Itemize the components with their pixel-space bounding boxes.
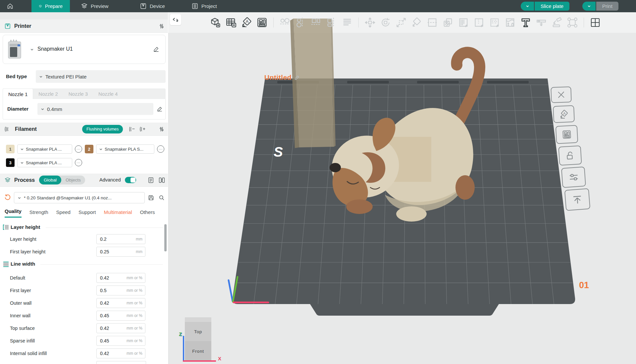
setting-value[interactable]: 0.2 (97, 236, 136, 242)
nozzle-tab-1[interactable]: Nozzle 1 (3, 88, 33, 99)
first-layer-height-input[interactable]: 0.25 mm (96, 247, 145, 257)
print-button[interactable]: Print (596, 2, 618, 11)
chevron-down-icon (20, 147, 24, 151)
auto-orient-plate-button[interactable]: A (553, 105, 575, 123)
tab-preview[interactable]: Preview (74, 0, 116, 12)
rotate-icon (380, 17, 391, 28)
line-width-group-title: Line width (11, 261, 35, 267)
add-filament-icon[interactable] (139, 126, 146, 132)
tab-quality[interactable]: Quality (5, 208, 22, 218)
viewport-3d-scene[interactable]: S h (168, 12, 636, 364)
split-to-objects-icon[interactable] (256, 17, 268, 28)
line-width-inner-wall-input[interactable]: 0.45 mm or % (96, 311, 145, 321)
filament-3-select[interactable]: Snapmaker PLA ... (17, 158, 72, 167)
advanced-toggle[interactable] (125, 177, 136, 183)
preset-select[interactable]: * 0.20 Standard @Snapmaker U1 (0.4 noz..… (14, 192, 145, 203)
tab-support[interactable]: Support (79, 209, 96, 218)
delete-plate-button[interactable] (551, 86, 572, 103)
line-width-first-layer-input[interactable]: 0.5 mm or % (96, 286, 145, 295)
filament-2-swatch[interactable]: 2 (85, 145, 93, 153)
frame-select-icon (567, 17, 578, 28)
add-object-icon[interactable] (210, 17, 221, 28)
process-scope-toggle[interactable]: Global Objects (39, 176, 85, 184)
search-preset-icon[interactable] (158, 194, 165, 201)
scope-global[interactable]: Global (39, 176, 61, 184)
text-tool-icon[interactable] (520, 17, 531, 28)
collapse-panel-button[interactable] (170, 14, 181, 25)
print-options-dropdown[interactable] (582, 2, 596, 11)
add-plate-icon[interactable] (225, 17, 237, 28)
nav-cube-front-face[interactable]: Front (185, 341, 211, 361)
filament-section-header: Filament Flushing volumes (0, 123, 168, 136)
axis-x-line (183, 360, 216, 362)
edit-diameter-icon[interactable] (156, 106, 163, 112)
lock-open-icon (565, 150, 575, 161)
rename-plate-icon[interactable] (294, 75, 300, 80)
flushing-volumes-button[interactable]: Flushing volumes (82, 125, 123, 133)
home-button[interactable] (2, 0, 18, 12)
setting-value[interactable]: 0.42 (97, 351, 127, 356)
filament-1-select[interactable]: Snapmaker PLA ... (17, 144, 72, 154)
slice-options-dropdown[interactable] (521, 2, 534, 11)
line-width-default-input[interactable]: 0.42 mm or % (96, 273, 145, 283)
bed-type-select[interactable]: Textured PEI Plate (36, 70, 166, 83)
printer-settings-icon[interactable] (158, 23, 165, 29)
filament-1-swatch[interactable]: 1 (6, 145, 15, 153)
setting-value[interactable]: 0.42 (97, 326, 127, 331)
remove-filament-icon[interactable] (129, 126, 135, 132)
filament-1-menu[interactable]: ··· (75, 145, 82, 153)
parameter-list-icon[interactable] (148, 177, 154, 183)
layer-height-input[interactable]: 0.2 mm (96, 234, 145, 244)
bed-type-label: Bed type (6, 74, 27, 79)
nav-cube-top-face[interactable]: Top (185, 322, 211, 341)
assembly-puzzle-icon[interactable] (590, 17, 601, 28)
line-width-top-surface-input[interactable]: 0.42 mm or % (96, 323, 145, 333)
tab-prepare[interactable]: Prepare (31, 0, 70, 12)
slice-plate-button[interactable]: Slice plate (535, 2, 569, 11)
move-plate-up-button[interactable] (564, 188, 591, 211)
tab-speed[interactable]: Speed (56, 209, 71, 218)
tab-multimaterial[interactable]: Multimaterial (104, 209, 132, 218)
scope-objects[interactable]: Objects (61, 178, 85, 182)
divider (40, 264, 163, 265)
edit-printer-icon[interactable] (153, 46, 160, 53)
plate-settings-button[interactable] (561, 167, 586, 188)
filament-settings-icon[interactable] (158, 126, 165, 132)
line-width-sparse-infill-input[interactable]: 0.45 mm or % (96, 336, 145, 346)
save-preset-icon[interactable] (148, 194, 154, 201)
home-icon (7, 3, 14, 10)
tab-project[interactable]: Project (184, 0, 224, 12)
plate-name-label[interactable]: Untitled (264, 74, 292, 81)
setting-value[interactable]: 0.5 (97, 288, 127, 293)
reset-preset-icon[interactable] (4, 194, 11, 201)
line-width-outer-wall-input[interactable]: 0.42 mm or % (96, 298, 145, 308)
rearrange-plate-button[interactable] (556, 125, 578, 144)
filament-3-swatch[interactable]: 3 (6, 158, 15, 167)
compare-presets-icon[interactable] (158, 177, 165, 184)
setting-value[interactable]: 0.45 (97, 338, 127, 343)
fuzzy-skin-paint-icon (489, 17, 500, 28)
filament-3-menu[interactable]: ··· (75, 159, 82, 166)
toolbar-separator (358, 18, 359, 27)
filament-2-menu[interactable]: ··· (157, 145, 164, 153)
nozzle-tab-3[interactable]: Nozzle 3 (63, 88, 93, 99)
panel-scrollbar[interactable] (164, 224, 167, 251)
setting-value[interactable]: 0.42 (97, 275, 127, 281)
line-width-internal-solid-input[interactable]: 0.42 mm or % (96, 348, 145, 358)
nav-cube[interactable]: Top Front Z X (183, 317, 226, 364)
tab-device[interactable]: Device (132, 0, 172, 12)
filament-2-select[interactable]: Snapmaker PLA S... (96, 144, 154, 154)
setting-value[interactable]: 0.45 (97, 313, 127, 318)
setting-value[interactable]: 0.25 (97, 249, 136, 254)
nozzle-tab-2[interactable]: Nozzle 2 (33, 88, 63, 99)
setting-value[interactable]: 0.42 (97, 300, 127, 306)
divider (46, 228, 163, 228)
tab-others[interactable]: Others (140, 209, 155, 218)
nozzle-tab-4[interactable]: Nozzle 4 (93, 88, 123, 99)
diameter-select[interactable]: 0.4mm (37, 103, 153, 115)
tab-strength[interactable]: Strength (29, 209, 48, 218)
lock-plate-button[interactable] (558, 145, 582, 166)
layer-height-group-title: Layer height (11, 224, 40, 230)
auto-arrange-icon[interactable]: A (241, 17, 252, 28)
printer-card[interactable]: Snapmaker U1 (3, 35, 166, 64)
